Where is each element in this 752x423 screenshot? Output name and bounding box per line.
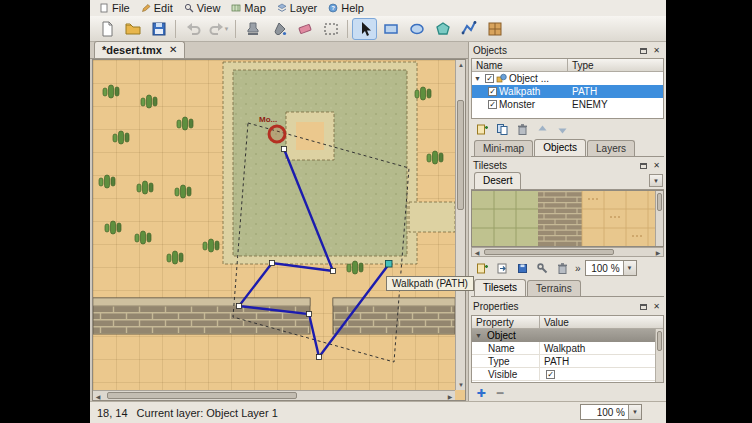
export-icon: [516, 262, 529, 275]
remove-property-button[interactable]: ━: [492, 386, 508, 400]
menu-map[interactable]: Map: [227, 1, 272, 15]
property-row-name[interactable]: Name Walkpath: [472, 342, 663, 355]
new-tileset-button[interactable]: [473, 260, 491, 276]
toolbar-overflow-chevron[interactable]: »: [573, 263, 583, 274]
expander-icon[interactable]: ▼: [475, 332, 484, 339]
object-layer-row[interactable]: ▼ ✓ Object ...: [472, 72, 663, 85]
expander-icon[interactable]: ▼: [474, 75, 483, 82]
float-panel-icon[interactable]: [638, 301, 649, 312]
scrollbar-thumb[interactable]: [107, 392, 297, 399]
menu-help[interactable]: ? Help: [324, 1, 371, 15]
tilesets-panel-header: Tilesets ✕: [471, 159, 664, 172]
insert-rectangle-button[interactable]: [378, 18, 403, 40]
main-toolbar: ▼: [90, 16, 666, 42]
zoom-combo[interactable]: 100 % ▼: [580, 404, 642, 420]
export-tileset-button[interactable]: [513, 260, 531, 276]
tab-layers[interactable]: Layers: [587, 140, 635, 156]
property-group-object[interactable]: ▼ Object: [472, 329, 663, 342]
property-value[interactable]: Walkpath: [540, 343, 663, 354]
object-row-walkpath[interactable]: ✓ Walkpath PATH: [472, 85, 663, 98]
column-type[interactable]: Type: [568, 59, 598, 71]
scrollbar-thumb[interactable]: [484, 249, 614, 255]
scroll-down-icon[interactable]: ▼: [456, 380, 466, 390]
tileset-vertical-scrollbar[interactable]: [655, 191, 663, 246]
menu-file[interactable]: File: [95, 1, 137, 15]
raise-object-button[interactable]: [533, 122, 551, 138]
menu-edit[interactable]: Edit: [137, 1, 180, 15]
tileset-dropdown-button[interactable]: ▼: [649, 174, 663, 187]
scroll-right-icon[interactable]: ▶: [445, 391, 455, 401]
scroll-left-icon[interactable]: ◀: [93, 391, 103, 401]
checkbox-icon[interactable]: ✓: [485, 74, 494, 83]
map-horizontal-scrollbar[interactable]: ◀ ▶: [93, 390, 455, 400]
properties-scrollbar[interactable]: [655, 329, 663, 382]
float-panel-icon[interactable]: [638, 160, 649, 171]
insert-polyline-button[interactable]: [456, 18, 481, 40]
scroll-left-icon[interactable]: ◀: [472, 247, 482, 257]
tab-terrains[interactable]: Terrains: [527, 280, 581, 296]
open-button[interactable]: [120, 18, 145, 40]
lower-object-button[interactable]: [553, 122, 571, 138]
close-panel-icon[interactable]: ✕: [651, 301, 662, 312]
import-tileset-button[interactable]: [493, 260, 511, 276]
fill-bucket-icon: [270, 20, 288, 38]
map-canvas[interactable]: Mo...: [93, 60, 455, 390]
tileset-properties-button[interactable]: [533, 260, 551, 276]
scrollbar-thumb[interactable]: [657, 331, 662, 351]
tab-objects[interactable]: Objects: [534, 139, 586, 156]
tab-mini-map[interactable]: Mini-map: [474, 140, 533, 156]
tab-tilesets[interactable]: Tilesets: [474, 279, 526, 296]
float-panel-icon[interactable]: [638, 45, 649, 56]
scrollbar-thumb[interactable]: [657, 193, 662, 211]
redo-button[interactable]: ▼: [206, 18, 231, 40]
select-objects-button[interactable]: [352, 18, 377, 40]
tab-tileset-desert[interactable]: Desert: [474, 172, 521, 189]
close-panel-icon[interactable]: ✕: [651, 45, 662, 56]
insert-polygon-button[interactable]: [430, 18, 455, 40]
stamp-brush-button[interactable]: [240, 18, 265, 40]
fill-button[interactable]: [266, 18, 291, 40]
scroll-right-icon[interactable]: ▶: [653, 247, 663, 257]
checkbox-icon[interactable]: ✓: [488, 87, 497, 96]
open-folder-icon: [124, 20, 142, 38]
new-button[interactable]: [94, 18, 119, 40]
combo-dropdown-icon[interactable]: ▼: [623, 261, 636, 275]
checkbox-icon[interactable]: ✓: [488, 100, 497, 109]
delete-object-button[interactable]: [513, 122, 531, 138]
tileset-zoom-combo[interactable]: 100 % ▼: [585, 260, 637, 276]
tiled-window: File Edit View Map Layer ? Help ▼: [90, 0, 666, 423]
property-row-visible[interactable]: Visible ✓: [472, 368, 663, 381]
add-property-button[interactable]: ✚: [473, 386, 489, 400]
eraser-button[interactable]: [292, 18, 317, 40]
property-value[interactable]: PATH: [540, 356, 663, 367]
scroll-up-icon[interactable]: ▲: [456, 60, 466, 70]
insert-tile-button[interactable]: [482, 18, 507, 40]
column-value[interactable]: Value: [540, 316, 663, 328]
rect-select-button[interactable]: [318, 18, 343, 40]
magnifier-icon: [184, 3, 194, 13]
selected-vertex-handle[interactable]: [386, 261, 393, 268]
property-row-type[interactable]: Type PATH: [472, 355, 663, 368]
object-row-monster[interactable]: ✓ Monster ENEMY: [472, 98, 663, 111]
save-button[interactable]: [146, 18, 171, 40]
tab-desert-tmx[interactable]: *desert.tmx ✕: [94, 41, 185, 58]
scrollbar-thumb[interactable]: [457, 100, 464, 210]
undo-button[interactable]: [180, 18, 205, 40]
close-panel-icon[interactable]: ✕: [651, 160, 662, 171]
combo-dropdown-icon[interactable]: ▼: [628, 405, 641, 419]
checkbox-icon[interactable]: ✓: [546, 370, 555, 379]
remove-tileset-button[interactable]: [553, 260, 571, 276]
column-name[interactable]: Name: [472, 59, 568, 71]
monster-object[interactable]: [269, 126, 285, 142]
duplicate-object-button[interactable]: [493, 122, 511, 138]
menu-layer[interactable]: Layer: [273, 1, 325, 15]
column-property[interactable]: Property: [472, 316, 540, 328]
add-object-layer-button[interactable]: [473, 122, 491, 138]
insert-ellipse-button[interactable]: [404, 18, 429, 40]
menu-view[interactable]: View: [180, 1, 228, 15]
tileset-view[interactable]: [471, 190, 664, 247]
tileset-horizontal-scrollbar[interactable]: ◀ ▶: [471, 247, 664, 257]
close-tab-icon[interactable]: ✕: [169, 45, 177, 55]
map-editor-column: *desert.tmx ✕: [90, 42, 468, 401]
map-vertical-scrollbar[interactable]: ▲ ▼: [455, 60, 465, 390]
